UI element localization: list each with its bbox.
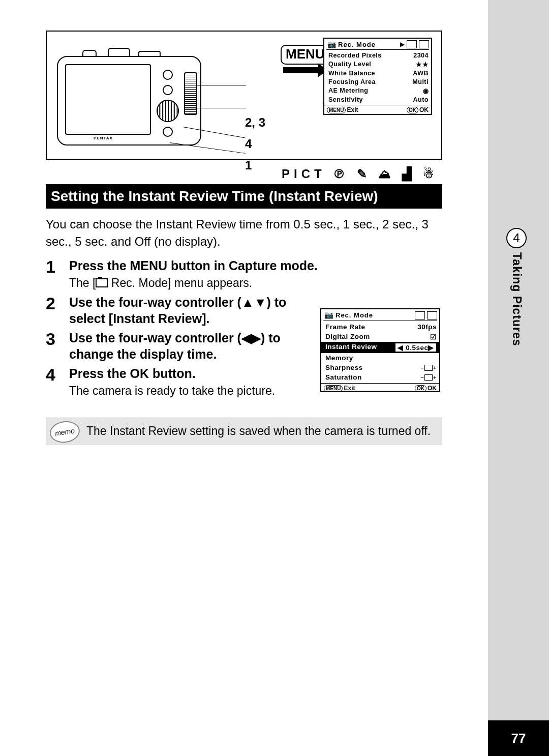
chapter-number: 4 xyxy=(506,228,527,248)
menu-exit-btn: MENU xyxy=(324,385,343,392)
menu-ok-label: OK xyxy=(428,385,437,392)
menu-title: Rec. Mode xyxy=(336,311,373,319)
tab-icon xyxy=(407,40,417,48)
memo-text: The Instant Review setting is saved when… xyxy=(86,424,431,438)
menu-row: Sharpness–+ xyxy=(325,363,437,372)
camera-icon: 📷 xyxy=(324,311,333,319)
menu-exit-btn: MENU xyxy=(327,107,346,113)
camera-illustration: PENTAX xyxy=(57,47,215,149)
chapter-title: Taking Pictures xyxy=(510,252,524,346)
menu-ok-label: OK xyxy=(419,106,429,113)
diagram-box: PENTAX 2, 3 4 1 MENU xyxy=(46,31,442,160)
step-number: 2 xyxy=(46,294,69,327)
intro-text: You can choose the Instant Review time f… xyxy=(46,216,442,250)
callout-4: 4 xyxy=(245,133,265,155)
menu-exit-label: Exit xyxy=(347,106,358,113)
tab-icon xyxy=(419,40,429,48)
menu-screen-body: 📷 Rec. Mode Frame Rate30fpsDigital Zoom☑… xyxy=(320,308,440,392)
mode-icons-row: PICT ℗ ✎ ⛰ ▟ ☃ xyxy=(46,167,442,181)
menu-title: Rec. Mode xyxy=(338,41,376,48)
menu-row: Digital Zoom☑ xyxy=(325,332,437,342)
memo-icon: memo xyxy=(48,419,81,445)
menu-button-label: MENU xyxy=(281,45,330,65)
menu-row: Frame Rate30fps xyxy=(325,322,437,332)
menu-row: Instant Review◀ 0.5sec▶ xyxy=(321,342,439,353)
menu-row: Recorded Pixels2304 xyxy=(328,51,429,60)
menu-ok-btn: OK xyxy=(407,107,418,113)
arrow-icon xyxy=(283,67,319,73)
tab-icon xyxy=(415,311,425,319)
step-number: 1 xyxy=(46,257,69,291)
page-number: 77 xyxy=(488,720,549,756)
callout-1: 1 xyxy=(245,155,265,176)
menu-row: Focusing AreaMulti xyxy=(328,77,429,86)
menu-row: Saturation–+ xyxy=(325,372,437,382)
step-number: 3 xyxy=(46,330,69,362)
tab-icon xyxy=(427,311,437,319)
camera-icon: 📷 xyxy=(327,40,336,48)
callout-2-3: 2, 3 xyxy=(245,112,265,133)
step-title: Press the MENU button in Capture mode. xyxy=(69,257,442,274)
menu-row: AE Metering◉ xyxy=(328,86,429,95)
menu-ok-btn: OK xyxy=(415,385,426,392)
menu-row: Memory xyxy=(325,353,437,363)
camera-icon xyxy=(96,278,108,287)
chapter-tab: 4 Taking Pictures xyxy=(504,228,529,346)
step-title: Use the four-way controller (◀▶) to chan… xyxy=(69,330,303,362)
page-sidebar xyxy=(488,0,549,756)
menu-row: SensitivityAuto xyxy=(328,95,429,104)
menu-row: Quality Level★★ xyxy=(328,60,429,69)
section-title: Setting the Instant Review Time (Instant… xyxy=(46,184,442,209)
menu-row: White BalanceAWB xyxy=(328,69,429,77)
step-sub: The [ Rec. Mode] menu appears. xyxy=(69,275,442,291)
memo-note: memo The Instant Review setting is saved… xyxy=(46,417,442,445)
steps-list: 1 Press the MENU button in Capture mode.… xyxy=(46,257,442,399)
step-title: Use the four-way controller (▲▼) to sele… xyxy=(69,294,303,327)
callout-labels: 2, 3 4 1 xyxy=(245,112,265,176)
menu-screen-top: 📷 Rec. Mode ▶ Recorded Pixels2304Quality… xyxy=(323,38,432,115)
step-number: 4 xyxy=(46,365,69,399)
menu-exit-label: Exit xyxy=(344,385,355,392)
